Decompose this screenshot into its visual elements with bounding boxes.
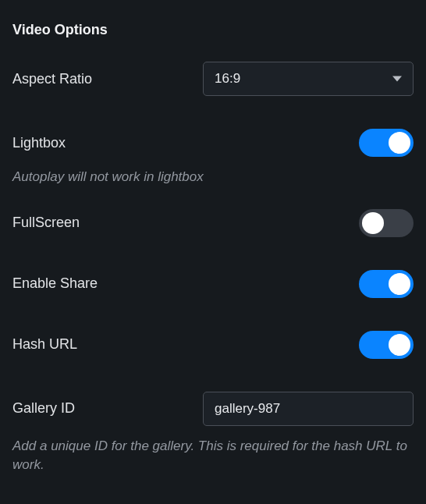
gallery-id-block: Gallery ID Add a unique ID for the galle…: [12, 392, 414, 475]
hash-url-row: Hash URL: [12, 331, 414, 359]
enable-share-row: Enable Share: [12, 270, 414, 298]
gallery-id-help: Add a unique ID for the gallery. This is…: [12, 437, 414, 475]
section-title: Video Options: [12, 22, 414, 38]
enable-share-label: Enable Share: [12, 275, 98, 292]
fullscreen-label: FullScreen: [12, 215, 80, 231]
lightbox-toggle[interactable]: [359, 129, 414, 157]
fullscreen-row: FullScreen: [12, 209, 414, 237]
toggle-knob: [389, 334, 410, 356]
aspect-ratio-label: Aspect Ratio: [12, 71, 92, 87]
toggle-knob: [389, 132, 410, 154]
lightbox-block: Lightbox Autoplay will not work in light…: [12, 129, 414, 187]
aspect-ratio-value: 16:9: [215, 71, 240, 87]
gallery-id-label: Gallery ID: [12, 400, 75, 417]
gallery-id-row: Gallery ID: [12, 392, 414, 426]
hash-url-toggle[interactable]: [359, 331, 414, 359]
fullscreen-toggle[interactable]: [359, 209, 414, 237]
enable-share-toggle[interactable]: [359, 270, 414, 298]
toggle-knob: [389, 273, 410, 295]
toggle-knob: [362, 212, 384, 234]
lightbox-label: Lightbox: [12, 135, 66, 151]
lightbox-row: Lightbox: [12, 129, 414, 157]
lightbox-help: Autoplay will not work in lightbox: [12, 168, 414, 187]
chevron-down-icon: [392, 76, 402, 82]
aspect-ratio-row: Aspect Ratio 16:9: [12, 62, 414, 96]
hash-url-label: Hash URL: [12, 336, 77, 353]
gallery-id-input[interactable]: [203, 392, 414, 426]
aspect-ratio-select[interactable]: 16:9: [203, 62, 414, 96]
